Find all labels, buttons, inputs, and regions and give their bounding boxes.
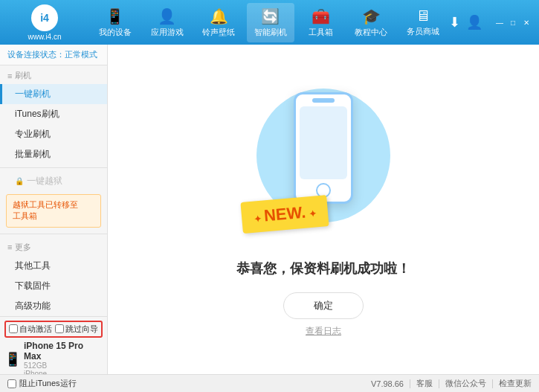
success-message: 恭喜您，保资料刷机成功啦！ [236,260,410,277]
sidebar-item-download-firmware[interactable]: 下载固件 [0,276,107,296]
sidebar-item-jailbreak[interactable]: 🔒 一键越狱 [0,171,107,191]
refresh-icon: 🔄 [261,7,280,25]
window-controls: — □ ✕ [494,17,532,28]
auto-activate-checkbox[interactable] [9,324,18,333]
wechat-link[interactable]: 微信公众号 [445,378,486,389]
monitor-icon: 🖥 [416,7,430,25]
nav-tutorial[interactable]: 🎓 教程中心 [347,3,395,42]
options-bar: 自动激活 跳过向导 📱 iPhone 15 Pro Max 512GB iPho… [0,316,107,374]
phone-icon: 📱 [106,7,124,25]
block-itunes-checkbox[interactable] [7,379,16,388]
sidebar-item-itunes-flash[interactable]: iTunes刷机 [0,104,107,124]
sidebar-item-pro-flash[interactable]: 专业刷机 [0,124,107,144]
divider-3 [492,379,493,388]
divider-1 [410,379,410,388]
sidebar-item-other-tools[interactable]: 其他工具 [0,256,107,276]
device-info-row: 📱 iPhone 15 Pro Max 512GB iPhone [4,341,103,374]
header-right: ⬇ 👤 — □ ✕ [449,14,539,30]
itunes-option: 阻止iTunes运行 [7,378,371,389]
skip-guide-option[interactable]: 跳过向导 [55,324,98,335]
device-storage: 512GB [24,362,103,370]
version-label: V7.98.66 [371,379,404,388]
sparkle-icon-2: ✦ [377,81,387,95]
logo-icon: i4 [31,4,58,31]
device-phone-icon: 📱 [4,351,21,367]
confirm-button[interactable]: 确定 [283,292,364,319]
skip-guide-checkbox[interactable] [55,324,64,333]
nav-ringtone[interactable]: 🔔 铃声壁纸 [195,3,242,42]
sidebar-item-batch-flash[interactable]: 批量刷机 [0,144,107,164]
new-badge: NEW. [240,195,329,234]
device-name: iPhone 15 Pro Max [24,341,103,362]
auto-activate-option[interactable]: 自动激活 [9,324,52,335]
minimize-button[interactable]: — [494,17,505,28]
nav-apps[interactable]: 👤 应用游戏 [143,3,191,42]
connection-status: 设备连接状态：正常模式 [0,45,107,65]
footer: 阻止iTunes运行 V7.98.66 客服 微信公众号 检查更新 [0,374,539,392]
section-more-label: ≡更多 [0,237,107,256]
nav-smart-flash[interactable]: 🔄 智能刷机 [247,3,294,42]
sidebar-item-one-key-flash[interactable]: 一键刷机 [0,84,107,104]
header: i4 www.i4.cn 📱 我的设备 👤 应用游戏 🔔 铃声壁纸 🔄 智能刷机 [0,0,539,45]
user-button[interactable]: 👤 [466,14,482,30]
jailbreak-note: 越狱工具已转移至工具箱 [6,194,101,228]
phone-device [294,92,353,204]
sparkle-icon-3: ✦ [384,96,394,110]
content-row: 设备连接状态：正常模式 ≡刷机 一键刷机 iTunes刷机 专业刷机 批量刷机 … [0,45,539,374]
sparkle-icon-1: ✦ [264,85,274,99]
phone-screen [300,106,347,179]
nav-bar: 📱 我的设备 👤 应用游戏 🔔 铃声壁纸 🔄 智能刷机 🧰 工具箱 🎓 [89,3,449,42]
graduation-icon: 🎓 [362,7,381,25]
view-log-link[interactable]: 查看日志 [306,325,341,338]
check-update-link[interactable]: 检查更新 [499,378,532,389]
device-details: iPhone 15 Pro Max 512GB iPhone [24,341,103,374]
logo-area: i4 www.i4.cn [0,4,89,41]
divider-2 [439,379,439,388]
phone-illustration: ✦ ✦ ✦ NEW. [249,81,398,245]
section-flash-label: ≡刷机 [0,65,107,84]
sidebar-item-advanced[interactable]: 高级功能 [0,296,107,316]
customer-service-link[interactable]: 客服 [416,378,433,389]
logo-subtitle: www.i4.cn [28,33,61,41]
nav-my-device[interactable]: 📱 我的设备 [91,3,139,42]
download-button[interactable]: ⬇ [449,14,460,30]
options-checkbox-group: 自动激活 跳过向导 [4,321,103,338]
lock-icon: 🔒 [15,177,24,185]
person-icon: 👤 [158,7,176,25]
main-content: ✦ ✦ ✦ NEW. 恭喜您，保资料刷机成功啦！ 确定 查看日志 [108,45,539,374]
phone-notch [312,98,335,103]
nav-tools[interactable]: 🧰 工具箱 [299,3,343,42]
toolbox-icon: 🧰 [312,7,330,25]
sidebar: 设备连接状态：正常模式 ≡刷机 一键刷机 iTunes刷机 专业刷机 批量刷机 … [0,45,108,374]
maximize-button[interactable]: □ [508,17,518,28]
close-button[interactable]: ✕ [521,17,532,28]
nav-service[interactable]: 🖥 务员商城 [399,3,447,42]
bell-icon: 🔔 [210,7,228,25]
app-window: i4 www.i4.cn 📱 我的设备 👤 应用游戏 🔔 铃声壁纸 🔄 智能刷机 [0,0,539,392]
